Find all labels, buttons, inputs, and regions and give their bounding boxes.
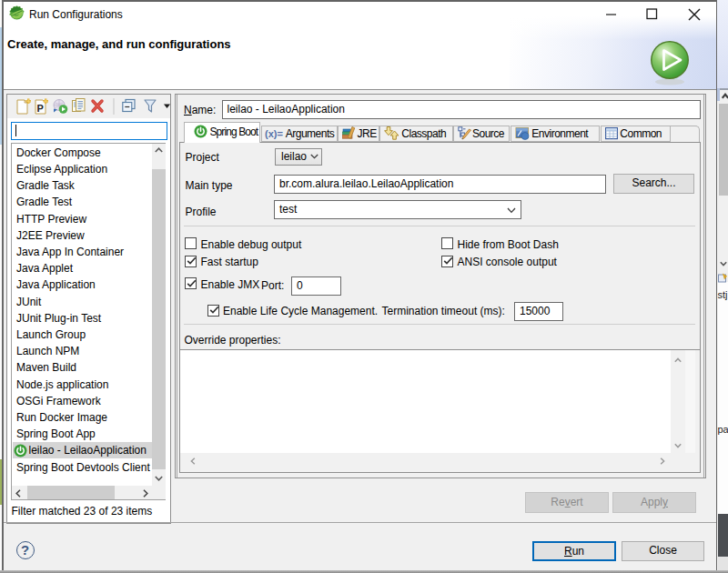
svg-text:P: P bbox=[37, 103, 44, 114]
